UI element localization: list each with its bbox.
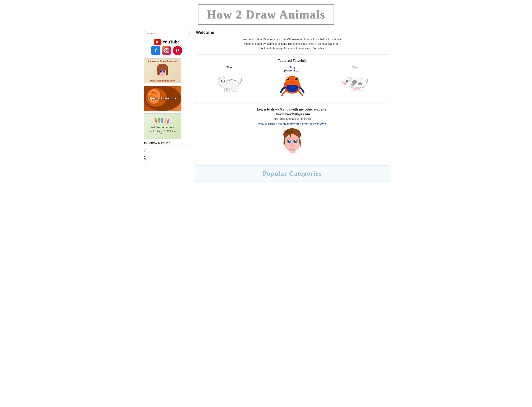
svg-point-47 [352, 80, 357, 84]
welcome-section: Welcome Welcome to How2DrawAnimals.com! … [196, 30, 388, 50]
svg-point-11 [164, 71, 165, 71]
svg-point-53 [345, 83, 346, 84]
frog-svg [279, 73, 306, 96]
svg-point-45 [303, 92, 305, 94]
svg-rect-17 [154, 118, 157, 124]
svg-point-52 [344, 83, 345, 84]
svg-point-51 [343, 82, 347, 85]
svg-rect-25 [227, 88, 230, 92]
site-header: How 2 Draw Animals [0, 0, 532, 27]
svg-point-64 [284, 134, 300, 152]
site-title: How 2 Draw Animals [207, 8, 325, 21]
svg-rect-27 [235, 88, 237, 92]
svg-rect-13 [166, 69, 168, 75]
svg-point-31 [224, 80, 225, 82]
art-fundamentals-banner[interactable]: Art Fundamentals How to Shade, Art Mater… [144, 113, 181, 139]
svg-rect-12 [157, 69, 160, 75]
svg-point-70 [295, 141, 296, 141]
library-title: TUTORIAL LIBRARY [144, 141, 190, 145]
tiger-svg [215, 70, 244, 92]
search-input[interactable] [144, 30, 190, 36]
manga-section-box: Learn to draw Manga with my other websit… [196, 103, 388, 161]
tiger-link[interactable]: Tiger [226, 66, 233, 69]
svg-point-41 [295, 78, 298, 80]
svg-point-69 [289, 141, 290, 141]
manga-man-illustration [280, 127, 305, 154]
featured-frog: Frog(Poison Dart) [263, 66, 321, 95]
facebook-icon[interactable]: f [151, 46, 160, 55]
pinterest-icon[interactable]: P [173, 46, 182, 55]
frog-link[interactable]: Frog(Poison Dart) [284, 66, 300, 72]
featured-cow: Cow [326, 66, 384, 92]
manga-section-title2: How2DrawManga.com [200, 112, 384, 116]
svg-point-49 [351, 84, 355, 86]
tutorial-library: TUTORIAL LIBRARY A B C D E [144, 141, 190, 164]
svg-point-67 [288, 140, 290, 143]
featured-tutorials-box: Featured Tutorials Tiger [196, 55, 388, 99]
svg-marker-28 [219, 77, 221, 78]
art-banner-title: Art Fundamentals [151, 125, 174, 129]
instagram-icon[interactable] [162, 46, 171, 55]
pencils-illustration [154, 117, 171, 125]
svg-rect-24 [224, 88, 226, 92]
frog-image [277, 74, 307, 95]
library-link-a[interactable]: A [144, 147, 190, 150]
svg-rect-26 [232, 88, 234, 92]
svg-rect-60 [362, 87, 364, 90]
svg-point-43 [296, 78, 296, 79]
popular-title: Popular Categories [201, 170, 384, 177]
manga-banner[interactable]: Learn to Draw Manga! [144, 58, 181, 83]
svg-point-30 [221, 80, 222, 82]
svg-point-42 [287, 78, 288, 79]
social-icons-group: YouTube f P [144, 39, 190, 55]
featured-title: Featured Tutorials [200, 59, 384, 63]
site-title-box: How 2 Draw Animals [198, 4, 334, 25]
welcome-text2: . [324, 47, 325, 50]
library-links: A B C D E [144, 147, 190, 164]
welcome-text1: Welcome to How2DrawAnimals.com! Choose o… [242, 38, 343, 50]
library-link-c[interactable]: C [144, 154, 190, 157]
svg-point-23 [218, 78, 227, 85]
manga-banner-site: How2DrawManga.com [150, 79, 175, 82]
svg-point-1 [166, 49, 168, 52]
svg-point-48 [358, 83, 363, 86]
cow-link[interactable]: Cow [352, 66, 357, 69]
art-banner-subtitle: How to Shade, Art Materials, etc... [145, 130, 179, 135]
welcome-heading: Welcome [196, 30, 388, 35]
featured-tiger: Tiger [200, 66, 259, 92]
library-link-d[interactable]: D [144, 158, 190, 161]
youtube-link[interactable]: YouTube [154, 39, 180, 45]
svg-point-32 [222, 82, 224, 83]
manga-man-svg [280, 127, 305, 154]
manga-section-title1: Learn to draw Manga with my other websit… [200, 108, 384, 111]
youtube-label: YouTube [162, 40, 180, 45]
library-link-b[interactable]: B [144, 151, 190, 154]
svg-rect-20 [164, 118, 166, 124]
svg-point-40 [287, 78, 289, 80]
sidebar: YouTube f P Learn to Draw Manga! [144, 30, 190, 182]
cow-image [340, 70, 369, 92]
featured-grid: Tiger [200, 66, 384, 95]
svg-point-8 [161, 71, 161, 71]
tiger-image [215, 70, 244, 92]
manga-section-link[interactable]: How to Draw a Manga Man with a Side Part… [200, 122, 384, 125]
svg-marker-29 [223, 76, 225, 78]
svg-rect-21 [167, 118, 169, 124]
youtube-icon [154, 39, 161, 45]
svg-rect-18 [158, 118, 160, 123]
svg-point-2 [168, 49, 168, 50]
manga-face-illustration [156, 64, 169, 78]
social-row: f P [151, 46, 182, 55]
cow-svg [340, 70, 369, 92]
library-link-e[interactable]: E [144, 161, 190, 164]
manga-section-latest: The latest tutorial over there is: [200, 117, 384, 120]
welcome-text: Welcome to How2DrawAnimals.com! Choose o… [240, 37, 344, 50]
special-drawings-banner[interactable]: Special Drawings [144, 86, 181, 111]
special-drawings-label: Special Drawings [149, 96, 177, 100]
svg-rect-19 [161, 118, 163, 123]
manga-banner-title: Learn to Draw Manga! [148, 60, 177, 63]
svg-point-44 [280, 92, 282, 94]
main-content: Welcome Welcome to How2DrawAnimals.com! … [196, 30, 388, 182]
welcome-bold: Saturday [312, 47, 324, 50]
popular-categories-box: Popular Categories [196, 165, 388, 182]
